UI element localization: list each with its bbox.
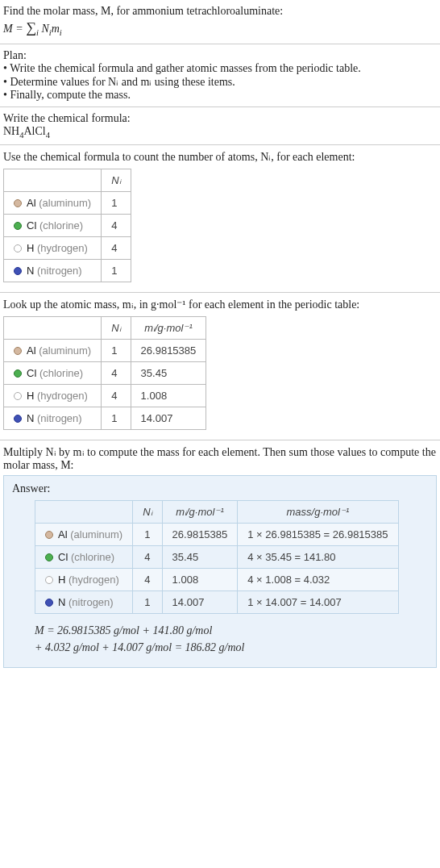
element-symbol: Al <box>58 528 68 540</box>
element-bullet-icon <box>14 392 22 400</box>
n-cell: 4 <box>102 214 131 236</box>
table-row: Cl (chlorine)435.454 × 35.45 = 141.80 <box>35 545 399 568</box>
col-n-header: Nᵢ <box>102 316 131 339</box>
n-cell: 1 <box>102 339 131 361</box>
element-symbol: Cl <box>27 367 36 379</box>
n-cell: 1 <box>102 259 131 282</box>
table-row: N (nitrogen)1 <box>4 259 131 282</box>
n-cell: 4 <box>133 568 162 590</box>
element-name: (chlorine) <box>39 367 83 379</box>
element-name: (chlorine) <box>39 219 83 232</box>
element-cell: H (hydrogen) <box>4 236 102 259</box>
m-cell: 14.007 <box>131 407 206 429</box>
table-row: Al (aluminum)126.98153851 × 26.9815385 =… <box>35 523 399 545</box>
element-symbol: N <box>58 596 65 608</box>
answer-box: Answer: Nᵢ mᵢ/g·mol⁻¹ mass/g·mol⁻¹ Al (a… <box>3 475 437 668</box>
col-n-header: Nᵢ <box>102 169 131 191</box>
plan-bullet-3: • Finally, compute the mass. <box>3 89 437 102</box>
element-name: (hydrogen) <box>68 574 119 586</box>
element-bullet-icon <box>45 531 53 539</box>
element-bullet-icon <box>14 267 22 275</box>
plan-bullet-1: • Write the chemical formula and gather … <box>3 62 437 75</box>
element-symbol: H <box>27 242 34 254</box>
element-bullet-icon <box>14 415 22 423</box>
element-symbol: Cl <box>58 551 68 563</box>
element-symbol: Al <box>27 197 36 209</box>
element-bullet-icon <box>45 553 53 561</box>
plan-section: Plan: • Write the chemical formula and g… <box>0 44 440 107</box>
element-cell: N (nitrogen) <box>4 407 102 429</box>
mass-cell: 4 × 35.45 = 141.80 <box>238 545 398 568</box>
element-cell: N (nitrogen) <box>4 259 102 282</box>
m-cell: 35.45 <box>162 545 238 568</box>
element-name: (hydrogen) <box>37 390 88 402</box>
element-bullet-icon <box>45 576 53 584</box>
table-header-row: Nᵢ <box>4 169 131 191</box>
sigma-sub: i <box>36 28 39 37</box>
m-cell: 1.008 <box>162 568 238 590</box>
final-equation-line1: M = 26.9815385 g/mol + 141.80 g/mol <box>35 622 428 639</box>
formula-part-a: NH <box>3 125 19 137</box>
lookup-header: Look up the atomic mass, mᵢ, in g·mol⁻¹ … <box>3 298 437 311</box>
element-name: (chlorine) <box>71 551 114 563</box>
formula-section: Write the chemical formula: NH4AlCl4 <box>0 107 440 145</box>
m-cell: 14.007 <box>162 590 238 613</box>
n-cell: 4 <box>102 361 131 384</box>
count-header: Use the chemical formula to count the nu… <box>3 150 437 164</box>
count-section: Use the chemical formula to count the nu… <box>0 145 440 293</box>
table-row: H (hydrogen)41.0084 × 1.008 = 4.032 <box>35 568 399 590</box>
final-equation-line2: + 4.032 g/mol + 14.007 g/mol = 186.82 g/… <box>35 639 428 656</box>
table-row: H (hydrogen)4 <box>4 236 131 259</box>
multiply-header: Multiply Nᵢ by mᵢ to compute the mass fo… <box>3 445 437 472</box>
mass-cell: 1 × 26.9815385 = 26.9815385 <box>238 523 398 545</box>
element-cell: Al (aluminum) <box>35 523 133 545</box>
multiply-section: Multiply Nᵢ by mᵢ to compute the mass fo… <box>0 440 440 673</box>
m-cell: 1.008 <box>131 384 206 407</box>
mass-cell: 4 × 1.008 = 4.032 <box>238 568 398 590</box>
element-name: (hydrogen) <box>37 242 88 254</box>
table-header-row: Nᵢ mᵢ/g·mol⁻¹ mass/g·mol⁻¹ <box>35 500 399 523</box>
col-m-header: mᵢ/g·mol⁻¹ <box>131 316 206 339</box>
element-symbol: N <box>27 265 34 277</box>
molar-mass-equation: M = ∑i Nimi <box>3 19 437 37</box>
col-mass-header: mass/g·mol⁻¹ <box>238 500 398 523</box>
element-bullet-icon <box>14 347 22 355</box>
element-bullet-icon <box>14 222 22 230</box>
plan-bullet-2: • Determine values for Nᵢ and mᵢ using t… <box>3 75 437 89</box>
n-cell: 1 <box>133 590 162 613</box>
table-row: N (nitrogen)114.0071 × 14.007 = 14.007 <box>35 590 399 613</box>
m-cell: 35.45 <box>131 361 206 384</box>
table-header-row: Nᵢ mᵢ/g·mol⁻¹ <box>4 316 206 339</box>
n-cell: 4 <box>102 236 131 259</box>
table-row: H (hydrogen)41.008 <box>4 384 206 407</box>
formula-header: Write the chemical formula: <box>3 112 437 125</box>
table-row: Al (aluminum)126.9815385 <box>4 339 206 361</box>
n-cell: 1 <box>102 191 131 214</box>
element-name: (nitrogen) <box>37 265 82 277</box>
n-cell: 1 <box>133 523 162 545</box>
element-cell: H (hydrogen) <box>35 568 133 590</box>
m-cell: 26.9815385 <box>131 339 206 361</box>
element-bullet-icon <box>14 199 22 207</box>
element-symbol: Cl <box>27 219 36 232</box>
element-cell: H (hydrogen) <box>4 384 102 407</box>
m-cell: 26.9815385 <box>162 523 238 545</box>
element-name: (aluminum) <box>70 528 122 540</box>
col-m-header: mᵢ/g·mol⁻¹ <box>162 500 238 523</box>
element-name: (aluminum) <box>39 344 91 357</box>
lookup-table: Nᵢ mᵢ/g·mol⁻¹ Al (aluminum)126.9815385Cl… <box>3 316 206 430</box>
n-cell: 4 <box>133 545 162 568</box>
answer-label: Answer: <box>12 482 428 495</box>
element-cell: Al (aluminum) <box>4 191 102 214</box>
n-cell: 1 <box>102 407 131 429</box>
element-name: (aluminum) <box>39 197 91 209</box>
element-name: (nitrogen) <box>37 412 82 424</box>
element-cell: Cl (chlorine) <box>4 214 102 236</box>
element-cell: Al (aluminum) <box>4 339 102 361</box>
element-bullet-icon <box>45 599 53 607</box>
element-cell: N (nitrogen) <box>35 590 133 613</box>
n-cell: 4 <box>102 384 131 407</box>
table-row: Cl (chlorine)435.45 <box>4 361 206 384</box>
col-n-header: Nᵢ <box>133 500 162 523</box>
prompt-text: Find the molar mass, M, for ammonium tet… <box>3 5 437 18</box>
